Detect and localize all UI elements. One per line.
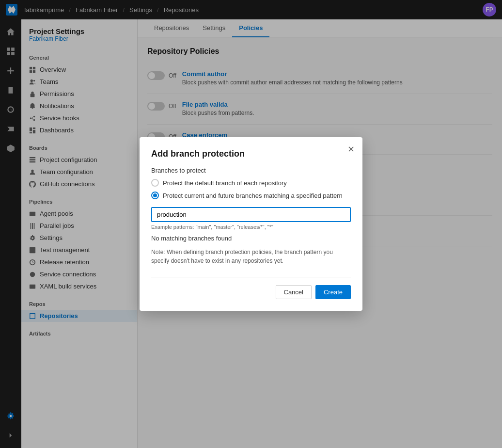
radio-default-label: Protect the default branch of each repos… bbox=[163, 179, 287, 187]
modal-title: Add branch protection bbox=[151, 149, 351, 159]
radio-pattern-label: Protect current and future branches matc… bbox=[163, 192, 343, 199]
branches-label: Branches to protect bbox=[151, 167, 351, 174]
modal-footer: Cancel Create bbox=[151, 277, 351, 299]
radio-pattern-circle bbox=[151, 192, 159, 199]
add-branch-protection-modal: Add branch protection ✕ Branches to prot… bbox=[140, 137, 362, 311]
input-hint: Example patterns: "main", "master", "rel… bbox=[151, 224, 351, 230]
modal-overlay: Add branch protection ✕ Branches to prot… bbox=[0, 0, 502, 448]
cancel-button[interactable]: Cancel bbox=[276, 285, 312, 299]
radio-option-default[interactable]: Protect the default branch of each repos… bbox=[151, 179, 351, 187]
branch-pattern-input[interactable] bbox=[151, 207, 351, 222]
radio-default-circle bbox=[151, 179, 159, 187]
modal-close-button[interactable]: ✕ bbox=[347, 145, 355, 154]
no-match-text: No matching branches found bbox=[151, 235, 351, 242]
radio-option-pattern[interactable]: Protect current and future branches matc… bbox=[151, 192, 351, 199]
note-text: Note: When defining branch protection po… bbox=[151, 248, 351, 265]
create-button[interactable]: Create bbox=[315, 285, 351, 299]
